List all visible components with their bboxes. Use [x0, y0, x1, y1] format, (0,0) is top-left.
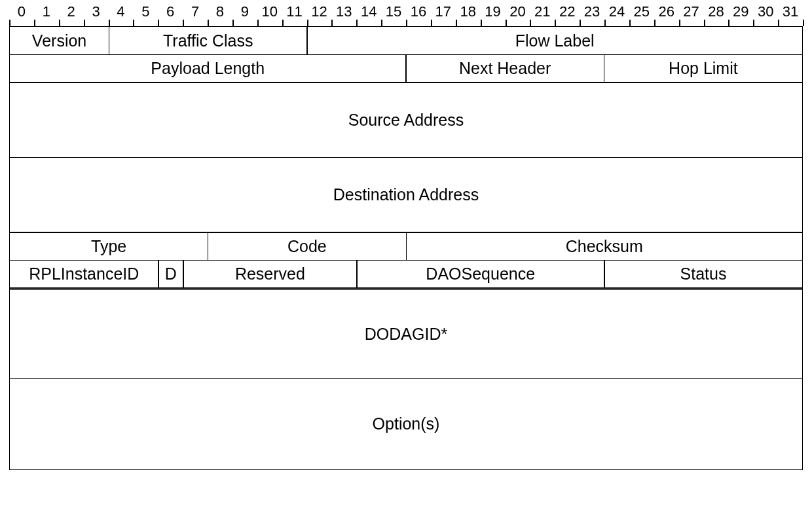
ruler-label: 6	[166, 3, 174, 20]
field-cell: RPLInstanceID	[9, 260, 159, 289]
ruler-label: 12	[311, 3, 327, 20]
ruler-label: 22	[559, 3, 575, 20]
ruler-tick	[481, 20, 482, 26]
field-cell: Version	[9, 26, 109, 55]
ruler-label: 31	[783, 3, 798, 20]
ruler-label: 19	[485, 3, 500, 20]
ruler-tick	[604, 20, 606, 26]
packet-row: RPLInstanceIDDReservedDAOSequenceStatus	[9, 261, 803, 289]
ruler-tick	[803, 20, 804, 26]
ruler-tick	[555, 20, 556, 26]
ruler-label: 0	[18, 3, 26, 20]
ruler-label: 14	[361, 3, 377, 20]
ruler-tick	[307, 20, 308, 26]
ruler-tick	[381, 20, 382, 26]
field-cell: Checksum	[406, 232, 803, 261]
ruler-label: 30	[758, 3, 773, 20]
ruler-tick	[208, 20, 209, 26]
field-cell: Status	[604, 260, 803, 289]
ruler-tick	[84, 20, 85, 26]
field-cell: Reserved	[183, 260, 357, 289]
ruler-tick	[331, 20, 333, 26]
packet-row: Destination Address	[9, 158, 803, 233]
ruler-tick	[183, 20, 184, 26]
packet-row: DODAGID*	[9, 289, 803, 380]
packet-rows: VersionTraffic ClassFlow LabelPayload Le…	[9, 26, 803, 470]
ruler-tick	[580, 20, 581, 26]
ruler-tick	[530, 20, 531, 26]
ruler-tick	[456, 20, 457, 26]
ruler-label: 25	[634, 3, 650, 20]
ruler-label: 15	[386, 3, 401, 20]
ruler-tick	[654, 20, 655, 26]
field-cell: Source Address	[9, 82, 803, 158]
ruler-tick	[506, 20, 507, 26]
field-cell: Next Header	[405, 54, 604, 83]
field-cell: DODAGID*	[9, 287, 803, 379]
ruler-tick	[629, 20, 631, 26]
packet-row: Payload LengthNext HeaderHop Limit	[9, 55, 803, 83]
ruler-tick	[34, 20, 35, 26]
ruler-label: 23	[584, 3, 600, 20]
ruler-label: 3	[92, 3, 100, 20]
ruler-tick	[753, 20, 754, 26]
field-cell: Option(s)	[9, 378, 803, 470]
packet-row: VersionTraffic ClassFlow Label	[9, 26, 803, 55]
bit-ruler: 0123456789101112131415161718192021222324…	[9, 7, 803, 26]
ruler-tick	[704, 20, 705, 26]
ruler-label: 18	[460, 3, 475, 20]
ruler-tick	[9, 20, 10, 26]
ruler-tick	[406, 20, 407, 26]
ruler-label: 26	[658, 3, 674, 20]
ruler-tick	[109, 20, 110, 26]
field-cell: Payload Length	[9, 54, 407, 83]
ruler-label: 16	[411, 3, 426, 20]
field-cell: Destination Address	[9, 157, 803, 233]
ruler-label: 1	[43, 3, 50, 20]
ruler-tick	[158, 20, 159, 26]
ruler-label: 28	[708, 3, 724, 20]
field-cell: Type	[9, 232, 208, 261]
field-cell: Traffic Class	[109, 26, 308, 55]
ruler-label: 10	[261, 3, 277, 20]
ruler-tick	[232, 20, 234, 26]
ruler-label: 8	[216, 3, 224, 20]
ruler-tick	[679, 20, 680, 26]
ruler-label: 17	[435, 3, 451, 20]
ruler-label: 7	[191, 3, 199, 20]
ruler-tick	[133, 20, 134, 26]
field-cell: DAOSequence	[356, 260, 605, 289]
ruler-tick	[356, 20, 358, 26]
packet-row: TypeCodeChecksum	[9, 233, 803, 261]
ruler-tick	[59, 20, 60, 26]
field-cell: Hop Limit	[604, 54, 803, 83]
ruler-label: 9	[241, 3, 249, 20]
packet-row: Source Address	[9, 83, 803, 158]
ruler-label: 21	[534, 3, 550, 20]
ruler-label: 24	[609, 3, 625, 20]
ruler-tick	[431, 20, 432, 26]
ruler-label: 20	[509, 3, 525, 20]
field-cell: Code	[208, 232, 407, 261]
field-cell: Flow Label	[306, 26, 803, 55]
ruler-label: 5	[141, 3, 149, 20]
ruler-tick	[778, 20, 779, 26]
ruler-label: 4	[117, 3, 124, 20]
packet-row: Option(s)	[9, 379, 803, 470]
ruler-tick	[257, 20, 259, 26]
ruler-label: 29	[733, 3, 748, 20]
ruler-tick	[282, 20, 284, 26]
ruler-label: 13	[336, 3, 352, 20]
field-cell: D	[158, 260, 184, 289]
ruler-label: 11	[286, 3, 302, 20]
ruler-label: 27	[683, 3, 699, 20]
ruler-tick	[728, 20, 729, 26]
ruler-label: 2	[67, 3, 75, 20]
packet-diagram: 0123456789101112131415161718192021222324…	[9, 7, 803, 470]
